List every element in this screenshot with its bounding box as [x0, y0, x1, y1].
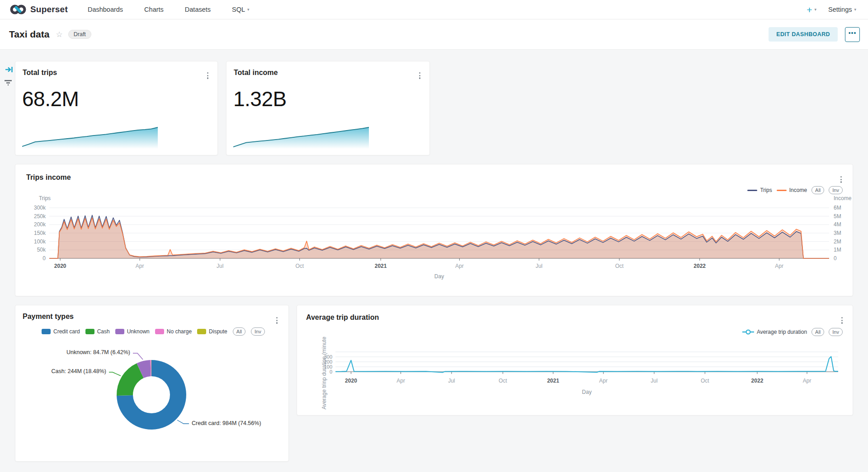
svg-text:Apr: Apr — [396, 378, 405, 384]
svg-text:1M: 1M — [834, 247, 841, 253]
dashboard-header: Taxi data ☆ Draft EDIT DASHBOARD ••• — [0, 19, 868, 50]
svg-text:Apr: Apr — [803, 378, 811, 384]
settings-label: Settings — [828, 6, 852, 13]
svg-text:2022: 2022 — [693, 263, 706, 269]
svg-text:2021: 2021 — [547, 378, 559, 384]
svg-text:2022: 2022 — [751, 378, 764, 384]
settings-menu[interactable]: Settings ▾ — [828, 6, 856, 13]
svg-text:Income: Income — [834, 195, 852, 201]
superset-infinity-icon — [10, 4, 26, 15]
favorite-star-icon[interactable]: ☆ — [56, 30, 62, 39]
svg-text:200k: 200k — [34, 221, 46, 228]
chart-title: Total income — [234, 69, 278, 77]
page-title: Taxi data — [9, 29, 49, 40]
nav-right: + ▾ Settings ▾ — [807, 5, 868, 14]
nav-menu: DashboardsChartsDatasetsSQL▾ — [88, 6, 250, 13]
nav-item-dashboards[interactable]: Dashboards — [88, 6, 123, 13]
expand-filter-bar-icon[interactable] — [5, 66, 14, 73]
svg-text:Day: Day — [582, 389, 591, 395]
trips-income-card: Trips income TripsIncomeAllInv 300k250k2… — [15, 164, 853, 296]
chevron-down-icon: ▾ — [854, 7, 856, 12]
more-options-button[interactable]: ••• — [845, 27, 860, 42]
svg-text:300k: 300k — [34, 205, 46, 211]
svg-text:2M: 2M — [834, 238, 841, 245]
edit-dashboard-button[interactable]: EDIT DASHBOARD — [769, 27, 838, 42]
svg-text:0: 0 — [834, 255, 837, 262]
donut-callout-credit-card: Credit card: 984M (74.56%) — [192, 420, 261, 426]
svg-text:Day: Day — [434, 273, 444, 280]
chart-menu-kebab-icon[interactable] — [205, 70, 210, 81]
payment-types-donut — [15, 305, 289, 462]
donut-callout-unknown: Unknown: 84.7M (6.42%) — [24, 349, 130, 355]
svg-text:0: 0 — [330, 369, 332, 374]
svg-text:2021: 2021 — [375, 263, 387, 269]
big-number-value: 68.2M — [22, 87, 79, 111]
total-trips-card: Total trips 68.2M — [15, 61, 218, 155]
big-number-value: 1.32B — [233, 87, 287, 111]
plus-icon: + — [807, 5, 812, 14]
svg-text:Apr: Apr — [775, 263, 783, 269]
svg-text:3M: 3M — [834, 230, 841, 236]
svg-text:5M: 5M — [834, 213, 841, 220]
nav-item-label: SQL — [232, 6, 245, 13]
svg-text:Jul: Jul — [536, 263, 542, 269]
svg-text:2020: 2020 — [54, 263, 66, 269]
filter-icon[interactable] — [4, 79, 13, 86]
donut-callout-cash: Cash: 244M (18.48%) — [24, 368, 106, 374]
payment-types-card: Payment types Credit cardCashUnknownNo c… — [15, 305, 289, 462]
brand-name: Superset — [30, 5, 68, 14]
svg-text:2020: 2020 — [345, 378, 357, 384]
svg-text:Apr: Apr — [136, 263, 144, 269]
svg-text:Oct: Oct — [615, 263, 624, 269]
svg-text:Jul: Jul — [217, 263, 223, 269]
svg-text:250k: 250k — [34, 213, 46, 220]
avg-trip-duration-chart: 3002001000Average trinp duration (minute… — [297, 305, 854, 416]
svg-text:0: 0 — [42, 255, 46, 262]
svg-text:Average trinp duration (minute: Average trinp duration (minute — [321, 336, 327, 410]
chart-title: Total trips — [23, 69, 57, 77]
total-income-card: Total income 1.32B — [226, 61, 430, 155]
svg-text:Jul: Jul — [448, 378, 455, 384]
chart-menu-kebab-icon[interactable] — [417, 70, 422, 81]
superset-logo[interactable]: Superset — [10, 4, 68, 15]
svg-text:150k: 150k — [34, 230, 46, 236]
total-trips-sparkline — [22, 126, 158, 150]
nav-item-datasets[interactable]: Datasets — [185, 6, 211, 13]
total-income-sparkline — [233, 126, 369, 150]
trips-income-chart: 300k250k200k150k100k50k06M5M4M3M2M1M0Tri… — [15, 164, 854, 297]
new-item-button[interactable]: + ▾ — [807, 5, 816, 14]
svg-text:50k: 50k — [37, 247, 46, 253]
draft-badge: Draft — [68, 30, 91, 39]
nav-item-charts[interactable]: Charts — [144, 6, 164, 13]
nav-item-sql[interactable]: SQL▾ — [232, 6, 250, 13]
svg-text:Apr: Apr — [455, 263, 464, 269]
svg-text:100k: 100k — [34, 238, 46, 245]
svg-text:Jul: Jul — [651, 378, 657, 384]
chevron-down-icon: ▾ — [815, 7, 817, 12]
svg-text:Oct: Oct — [499, 378, 507, 384]
dashboard-canvas: Total trips 68.2M Total income 1.32B Tri… — [0, 50, 868, 472]
avg-trip-duration-card: Average trip duration Average trip durat… — [297, 305, 853, 416]
svg-text:Oct: Oct — [295, 263, 304, 269]
svg-text:4M: 4M — [834, 221, 841, 228]
svg-text:Oct: Oct — [701, 378, 709, 384]
svg-text:Trips: Trips — [39, 195, 51, 201]
chevron-down-icon: ▾ — [247, 7, 250, 12]
svg-text:6M: 6M — [834, 205, 841, 211]
nav-item-label: Datasets — [185, 6, 211, 13]
top-nav: Superset DashboardsChartsDatasetsSQL▾ + … — [0, 0, 868, 19]
nav-item-label: Dashboards — [88, 6, 123, 13]
nav-item-label: Charts — [144, 6, 164, 13]
svg-text:Apr: Apr — [599, 378, 608, 384]
